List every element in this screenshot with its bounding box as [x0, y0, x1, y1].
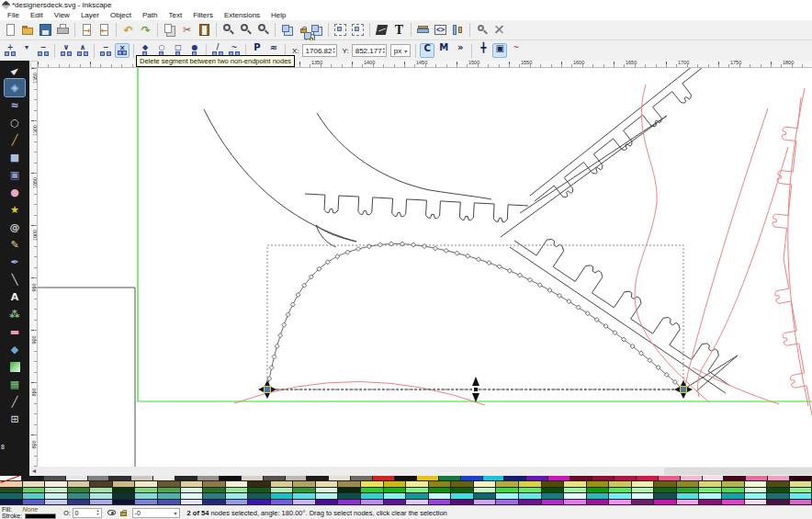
text-dialog-icon[interactable]: T	[391, 22, 407, 38]
edit-mask-icon[interactable]: M	[436, 43, 451, 58]
path-node[interactable]	[286, 312, 290, 317]
palette-swatch[interactable]	[722, 493, 744, 498]
palette-swatch[interactable]	[338, 488, 360, 492]
clone-icon[interactable]	[300, 28, 307, 33]
find-replace-icon[interactable]	[474, 22, 490, 38]
deck-piece-outline[interactable]	[204, 109, 356, 242]
palette-swatch[interactable]	[0, 481, 22, 486]
palette-swatch[interactable]	[203, 500, 225, 504]
palette-swatch[interactable]	[637, 476, 658, 480]
palette-swatch[interactable]	[90, 500, 112, 504]
palette-swatch[interactable]	[203, 493, 225, 498]
palette-swatch[interactable]	[406, 500, 428, 504]
palette-swatch[interactable]	[293, 500, 315, 504]
align-distribute-icon[interactable]	[450, 22, 466, 38]
palette-swatch[interactable]	[496, 488, 518, 492]
palette-swatch[interactable]	[384, 493, 406, 498]
palette-swatch[interactable]	[564, 488, 586, 492]
palette-swatch[interactable]	[0, 500, 22, 504]
palette-swatch[interactable]	[429, 500, 451, 504]
measure-tool-icon[interactable]: ╱	[5, 131, 25, 149]
palette-swatch[interactable]	[23, 500, 45, 504]
palette-swatch[interactable]	[474, 500, 496, 504]
path-node[interactable]	[345, 250, 350, 254]
break-nodes-icon[interactable]: ∧	[75, 43, 90, 58]
palette-swatch[interactable]	[264, 476, 285, 480]
palette-swatch[interactable]	[135, 500, 157, 504]
palette-swatch[interactable]	[338, 493, 360, 498]
palette-swatch[interactable]	[45, 493, 67, 498]
path-node[interactable]	[547, 288, 552, 292]
palette-swatch[interactable]	[135, 493, 157, 498]
palette-swatch[interactable]	[109, 476, 130, 480]
palette-swatch[interactable]	[113, 500, 135, 504]
palette-swatch[interactable]	[722, 488, 744, 492]
palette-swatch[interactable]	[45, 488, 67, 492]
spiral-tool-icon[interactable]: @	[5, 219, 25, 236]
calligraphy-tool-icon[interactable]: ╲	[5, 271, 25, 288]
spinner-arrows-icon[interactable]: ▴▾	[333, 47, 335, 54]
path-node[interactable]	[355, 246, 360, 251]
palette-swatch[interactable]	[542, 481, 564, 486]
paste-icon[interactable]	[197, 22, 212, 38]
x-coordinate-input[interactable]: 1706.82 ▴▾	[302, 44, 337, 57]
palette-swatch[interactable]	[429, 493, 451, 498]
palette-swatch[interactable]	[587, 500, 609, 504]
y-coordinate-input[interactable]: 852.177 ▴▾	[352, 44, 387, 57]
unit-dropdown[interactable]: px ▾	[390, 44, 411, 57]
palette-swatch[interactable]	[181, 493, 203, 498]
path-node[interactable]	[567, 299, 571, 304]
palette-swatch[interactable]	[654, 500, 676, 504]
path-node[interactable]	[269, 366, 274, 370]
selected-node-marker[interactable]	[258, 380, 276, 399]
palette-swatch[interactable]	[226, 500, 248, 504]
palette-swatch[interactable]	[0, 488, 22, 492]
palette-swatch[interactable]	[496, 481, 518, 486]
palette-swatch[interactable]	[474, 481, 496, 486]
palette-swatch[interactable]	[767, 488, 789, 492]
palette-swatch[interactable]	[699, 488, 721, 492]
layer-dropdown[interactable]: -0 ▾	[132, 508, 180, 518]
menu-layer[interactable]: Layer	[75, 11, 105, 19]
palette-swatch[interactable]	[609, 493, 631, 498]
palette-swatch[interactable]	[548, 476, 570, 480]
menu-object[interactable]: Object	[105, 11, 137, 19]
star-tool-icon[interactable]: ★	[5, 201, 25, 219]
edit-clip-icon[interactable]: C	[420, 43, 434, 58]
palette-swatch[interactable]	[153, 476, 175, 480]
palette-swatch[interactable]	[293, 493, 315, 498]
palette-swatch[interactable]	[373, 476, 394, 480]
show-node-handles-icon[interactable]: ▣	[492, 43, 507, 58]
palette-swatch[interactable]	[699, 500, 721, 504]
path-node[interactable]	[290, 302, 295, 307]
palette-swatch[interactable]	[542, 488, 564, 492]
join-nodes-icon[interactable]: ∨	[59, 43, 73, 58]
palette-swatch[interactable]	[592, 476, 614, 480]
ungroup-icon[interactable]	[350, 22, 366, 38]
path-node[interactable]	[272, 355, 276, 359]
notched-edge-upper-right[interactable]	[535, 68, 702, 201]
palette-swatch[interactable]	[790, 488, 812, 492]
palette-swatch[interactable]	[384, 481, 406, 486]
cut-icon[interactable]: ✂	[179, 22, 195, 38]
eraser-tool-icon[interactable]: ▬	[5, 323, 25, 341]
path-node[interactable]	[433, 246, 437, 251]
palette-swatch[interactable]	[570, 476, 592, 480]
zoom-page-icon[interactable]	[255, 22, 271, 38]
palette-swatch[interactable]	[615, 476, 636, 480]
path-node[interactable]	[455, 251, 459, 255]
gradient-tool-icon[interactable]	[5, 358, 25, 376]
bezier-pen-tool-icon[interactable]: ✒	[5, 254, 25, 271]
palette-swatch[interactable]	[451, 481, 473, 486]
path-node[interactable]	[576, 305, 581, 310]
palette-swatch[interactable]	[44, 476, 65, 480]
save-document-icon[interactable]	[38, 22, 53, 38]
group-icon[interactable]	[333, 22, 348, 38]
band-edge-line[interactable]	[501, 116, 667, 237]
palette-swatch[interactable]	[248, 481, 270, 486]
red-notched-edge[interactable]	[775, 259, 812, 415]
palette-swatch[interactable]	[361, 481, 383, 486]
palette-swatch-none[interactable]	[0, 476, 21, 480]
spinner-arrows-icon[interactable]: ▴▾	[383, 47, 385, 54]
palette-swatch[interactable]	[158, 481, 180, 486]
